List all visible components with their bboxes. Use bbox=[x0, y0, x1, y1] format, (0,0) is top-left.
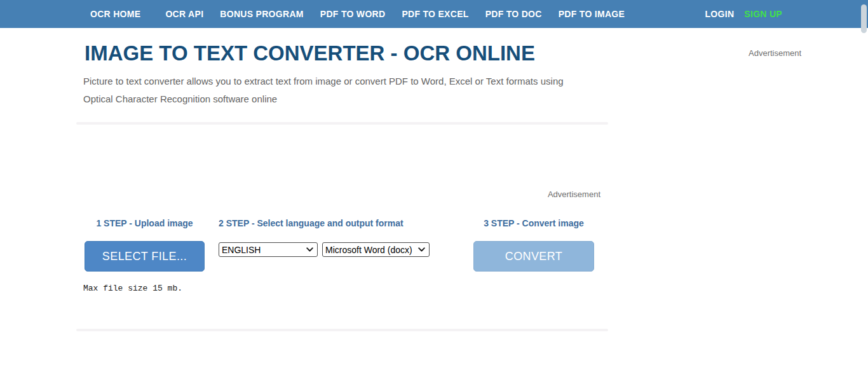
nav-item-bonus-program[interactable]: BONUS PROGRAM bbox=[212, 9, 311, 19]
vertical-scrollbar-thumb[interactable] bbox=[861, 4, 867, 33]
language-select-value: ENGLISH bbox=[222, 245, 261, 255]
nav-links: OCR HOME OCR API BONUS PROGRAM PDF TO WO… bbox=[0, 9, 633, 19]
output-format-select[interactable]: Microsoft Word (docx) bbox=[322, 242, 430, 257]
top-nav: OCR HOME OCR API BONUS PROGRAM PDF TO WO… bbox=[0, 0, 868, 28]
nav-item-ocr-home[interactable]: OCR HOME bbox=[82, 9, 149, 19]
step2-options-label: 2 STEP - Select language and output form… bbox=[219, 218, 430, 228]
language-select[interactable]: ENGLISH bbox=[219, 242, 318, 257]
advertisement-label-inline: Advertisement bbox=[76, 190, 600, 199]
select-file-button[interactable]: SELECT FILE... bbox=[85, 241, 205, 272]
content-divider-top bbox=[76, 122, 608, 125]
nav-item-pdf-to-image[interactable]: PDF TO IMAGE bbox=[550, 9, 633, 19]
chevron-down-icon bbox=[306, 247, 313, 252]
nav-item-pdf-to-doc[interactable]: PDF TO DOC bbox=[477, 9, 550, 19]
nav-item-pdf-to-word[interactable]: PDF TO WORD bbox=[312, 9, 394, 19]
nav-item-pdf-to-excel[interactable]: PDF TO EXCEL bbox=[393, 9, 477, 19]
login-link[interactable]: LOGIN bbox=[705, 9, 734, 19]
convert-button[interactable]: CONVERT bbox=[473, 241, 594, 272]
page-subtitle: Picture to text converter allows you to … bbox=[83, 72, 584, 108]
advertisement-label-sidebar: Advertisement bbox=[749, 48, 801, 58]
content-divider-bottom bbox=[76, 329, 608, 331]
max-file-size-note: Max file size 15 mb. bbox=[83, 284, 182, 293]
ocr-online-page: OCR HOME OCR API BONUS PROGRAM PDF TO WO… bbox=[0, 0, 868, 386]
output-format-select-value: Microsoft Word (docx) bbox=[325, 245, 412, 255]
chevron-down-icon bbox=[418, 247, 425, 252]
nav-account-links: LOGIN SIGN UP bbox=[705, 0, 782, 28]
step1-upload-label: 1 STEP - Upload image bbox=[85, 218, 205, 228]
step3-convert-label: 3 STEP - Convert image bbox=[473, 218, 594, 228]
page-title: IMAGE TO TEXT CONVERTER - OCR ONLINE bbox=[85, 41, 612, 66]
nav-item-ocr-api[interactable]: OCR API bbox=[157, 9, 212, 19]
signup-link[interactable]: SIGN UP bbox=[744, 9, 782, 19]
